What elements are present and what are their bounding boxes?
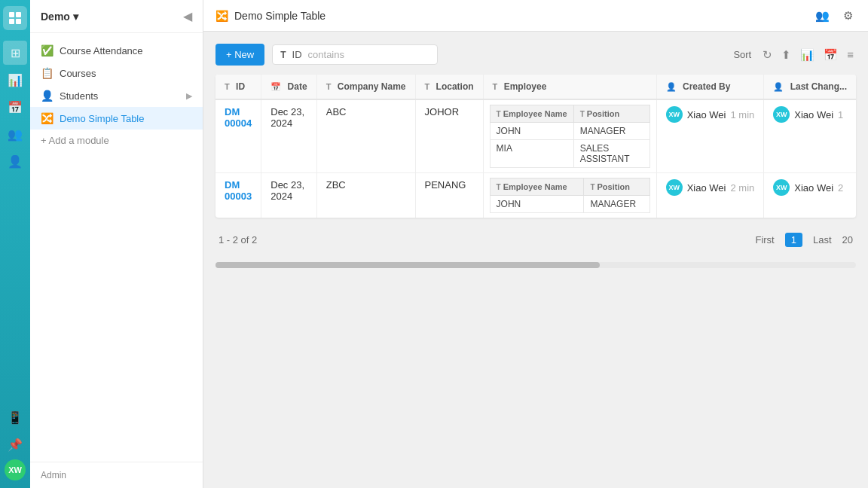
row-company-cell: ABC [316, 99, 415, 173]
row-date-cell: Dec 23, 2024 [261, 173, 316, 218]
sidebar-footer: Admin [30, 462, 203, 488]
location-col-label: Location [436, 81, 474, 92]
rail-users-icon[interactable]: 👥 [3, 122, 27, 146]
settings-button[interactable]: ⚙ [840, 6, 856, 26]
creator-info: XW Xiao Wei 1 min [666, 106, 755, 123]
rail-mobile-icon[interactable]: 📱 [3, 405, 27, 429]
creator-time: 2 min [730, 182, 754, 194]
courses-icon: 📋 [41, 67, 53, 79]
filter-bar[interactable]: T ID contains [272, 44, 438, 65]
chart-view-button[interactable]: 📊 [798, 46, 817, 64]
created-by-col-label: Created By [683, 81, 730, 92]
new-button[interactable]: + New [215, 44, 264, 66]
emp-position-col-header: TPosition [584, 178, 649, 196]
scrollbar-thumb [215, 262, 600, 268]
filter-operator: contains [308, 49, 344, 60]
current-page: 1 [785, 233, 802, 247]
svg-rect-0 [9, 12, 14, 17]
rail-home-icon[interactable]: ⊞ [3, 41, 27, 65]
table-header-row: T ID 📅 Date T Company Name T [215, 75, 856, 99]
sidebar-item-course-attendance[interactable]: ✅ Course Attendance [30, 39, 203, 62]
col-header-date: 📅 Date [261, 75, 316, 99]
rail-chart-icon[interactable]: 📊 [3, 68, 27, 92]
employee-sub-row: JOHNMANAGER [490, 123, 649, 140]
sidebar-item-students[interactable]: 👤 Students ▶ [30, 84, 203, 107]
sidebar-item-label: Course Attendance [60, 45, 143, 56]
app-logo [3, 6, 27, 30]
company-col-label: Company Name [338, 81, 406, 92]
company-col-icon: T [326, 82, 332, 91]
sidebar-item-label: Students [60, 90, 98, 102]
creator-name: Xiao Wei [687, 109, 726, 120]
rail-pin-icon[interactable]: 📌 [3, 432, 27, 456]
row-id-cell: DM 00004 [215, 99, 261, 173]
last-changed-avatar: XW [773, 106, 790, 123]
sidebar-item-courses[interactable]: 📋 Courses [30, 62, 203, 84]
sort-label: Sort [733, 49, 751, 60]
rail-avatar[interactable]: XW [5, 459, 26, 480]
row-last-changed-cell: XW Xiao Wei 2 [764, 173, 856, 218]
employee-sub-row: JOHNMANAGER [490, 196, 649, 213]
rail-calendar-icon[interactable]: 📅 [3, 95, 27, 119]
last-changed-name: Xiao Wei [794, 109, 833, 120]
row-created-by-cell: XW Xiao Wei 2 min [656, 173, 764, 218]
last-changed-info: XW Xiao Wei 2 [773, 179, 847, 196]
created-by-col-icon: 👤 [666, 82, 677, 91]
employee-sub-row: MIASALES ASSISTANT [490, 140, 649, 168]
page-title: Demo Simple Table [234, 10, 326, 22]
svg-rect-3 [16, 19, 21, 24]
last-changed-avatar: XW [773, 179, 790, 196]
table-row[interactable]: DM 00004Dec 23, 2024ABCJOHORTEmployee Na… [215, 99, 856, 173]
employee-position-cell: SALES ASSISTANT [573, 140, 649, 168]
creator-name: Xiao Wei [687, 182, 726, 194]
topbar-title-area: 🔀 Demo Simple Table [215, 10, 326, 22]
dropdown-icon: ▾ [73, 11, 78, 23]
list-view-button[interactable]: ≡ [845, 46, 856, 64]
sidebar-title: Demo ▾ [41, 11, 78, 23]
calendar-view-button[interactable]: 📅 [821, 46, 840, 64]
user-plus-button[interactable]: 👥 [812, 6, 833, 26]
sidebar-item-demo-simple-table[interactable]: 🔀 Demo Simple Table [30, 107, 203, 130]
col-header-id: T ID [215, 75, 261, 99]
course-attendance-icon: ✅ [41, 44, 53, 56]
sidebar-footer-label: Admin [41, 470, 66, 480]
reload-button[interactable]: ↻ [760, 46, 775, 64]
col-header-last-changed: 👤 Last Chang... [764, 75, 856, 99]
row-created-by-cell: XW Xiao Wei 1 min [656, 99, 764, 173]
first-page-button[interactable]: First [750, 233, 778, 247]
sidebar-collapse-btn[interactable]: ◀ [183, 9, 192, 23]
location-col-icon: T [425, 82, 430, 91]
col-header-location: T Location [415, 75, 483, 99]
page-size: 20 [842, 234, 853, 246]
topbar: 🔀 Demo Simple Table 👥 ⚙ [203, 0, 868, 32]
employee-name-cell: JOHN [490, 123, 573, 140]
sidebar-item-label: Demo Simple Table [60, 113, 144, 124]
sidebar-item-label: Courses [60, 68, 96, 79]
rail-person-icon[interactable]: 👤 [3, 149, 27, 173]
sidebar: Demo ▾ ◀ ✅ Course Attendance 📋 Courses 👤… [30, 0, 203, 488]
emp-name-col-header: TEmployee Name [490, 178, 584, 196]
id-col-label: ID [236, 81, 245, 92]
row-location-cell: JOHOR [415, 99, 483, 173]
last-changed-time: 1 [838, 109, 843, 120]
demo-table-icon: 🔀 [41, 112, 53, 124]
employee-position-cell: MANAGER [584, 196, 649, 213]
topbar-table-icon: 🔀 [215, 10, 228, 22]
row-employee-cell: TEmployee NameTPositionJOHNMANAGER [483, 173, 656, 218]
rail-bottom: 📱 📌 XW [3, 405, 27, 488]
last-changed-name: Xiao Wei [794, 182, 833, 194]
col-header-employee: T Employee [483, 75, 656, 99]
horizontal-scrollbar[interactable] [215, 262, 856, 268]
export-button[interactable]: ⬆ [779, 46, 793, 64]
last-page-button[interactable]: Last [808, 233, 836, 247]
row-id-cell: DM 00003 [215, 173, 261, 218]
table-row[interactable]: DM 00003Dec 23, 2024ZBCPENANGTEmployee N… [215, 173, 856, 218]
emp-name-col-header: TEmployee Name [490, 105, 573, 123]
employee-col-label: Employee [504, 81, 547, 92]
sidebar-header: Demo ▾ ◀ [30, 0, 203, 33]
emp-position-col-header: TPosition [573, 105, 649, 123]
employee-col-icon: T [493, 82, 498, 91]
row-employee-cell: TEmployee NameTPositionJOHNMANAGERMIASAL… [483, 99, 656, 173]
employee-sub-table: TEmployee NameTPositionJOHNMANAGERMIASAL… [490, 105, 650, 168]
sidebar-add-module[interactable]: + Add a module [30, 130, 203, 151]
